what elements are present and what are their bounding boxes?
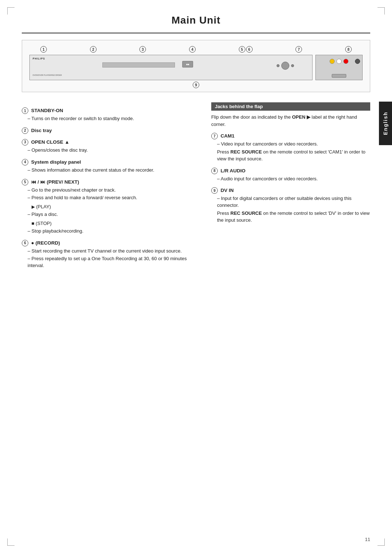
section-prev-next: 5 ⏮ / ⏭ (PREV/ NEXT) Go to the previous/…	[22, 179, 197, 235]
callout-9-row: 9	[29, 82, 363, 88]
section-lr-audio: 8 L/R AUDIO Audio input for camcorders o…	[211, 168, 370, 183]
cam1-bullet: Video input for camcorders or video reco…	[211, 141, 370, 148]
stop-bullet: Stop playback/recording.	[22, 228, 197, 235]
display-panel: ■■	[182, 61, 193, 67]
record-bullet-1: Start recording the current TV channel o…	[22, 248, 197, 255]
section-dv-in: 9 DV IN Input for digital camcorders or …	[211, 187, 370, 224]
language-tab: English	[379, 102, 392, 145]
section-1-title: 1 STANDBY-ON	[22, 107, 197, 114]
play-bullet: Plays a disc.	[22, 211, 197, 218]
section-4-title: 4 System display panel	[22, 159, 197, 165]
jacks-header: Jacks behind the flap	[211, 102, 370, 111]
num-5: 5	[22, 179, 28, 185]
main-btn	[281, 62, 289, 70]
stop-subsection: ■ (STOP)	[22, 220, 197, 227]
section-open-close: 3 OPEN CLOSE ▲ Opens/closes the disc tra…	[22, 139, 197, 154]
device-body: PHILIPS DVDR/DVDR PLAYER/RECORDER ■■	[29, 55, 363, 80]
callout-9: 9	[193, 82, 199, 88]
callout-56: 56	[239, 46, 253, 53]
dv-connector	[332, 74, 346, 78]
page-title: Main Unit	[22, 15, 370, 26]
corner-mark-bl	[7, 538, 15, 546]
num-3: 3	[22, 139, 28, 146]
play-subsection: ▶ (PLAY)	[22, 204, 197, 210]
callout-3: 3	[139, 46, 146, 53]
callout-row-top: 1 2 3 4 56 7 8	[29, 46, 363, 55]
lr-audio-bullet: Audio input for camcorders or video reco…	[211, 176, 370, 183]
device-flap	[315, 55, 363, 80]
jacks-intro: Flip down the door as indicated by the O…	[211, 114, 370, 128]
callout-7: 7	[295, 46, 302, 53]
dv-in-bullet: Input for digital camcorders or other su…	[211, 195, 370, 209]
page-number: 11	[365, 537, 370, 542]
section-7-title: 7 CAM1	[211, 133, 370, 139]
num-1: 1	[22, 107, 28, 114]
video-connector	[330, 59, 335, 64]
callout-8: 8	[345, 46, 352, 53]
section-disc-tray: 2 Disc tray	[22, 127, 197, 134]
num-2: 2	[22, 127, 28, 134]
prev-btn	[277, 64, 279, 67]
num-6: 6	[22, 240, 28, 246]
controls-area	[277, 62, 294, 70]
audio-l-connector	[336, 59, 342, 64]
audio-r-connector	[343, 59, 348, 64]
num-4: 4	[22, 159, 28, 165]
left-column: 1 STANDBY-ON Turns on the recorder or sw…	[22, 102, 197, 270]
device-main-unit: PHILIPS DVDR/DVDR PLAYER/RECORDER ■■	[29, 55, 313, 80]
section-6-title: 6 ● (RECORD)	[22, 240, 197, 246]
system-display-bullet: Shows information about the current stat…	[22, 167, 197, 174]
callout-1: 1	[40, 46, 47, 53]
num-8: 8	[211, 168, 218, 174]
callout-4: 4	[189, 46, 196, 53]
section-3-title: 3 OPEN CLOSE ▲	[22, 139, 197, 146]
callout-2: 2	[90, 46, 97, 53]
record-indicator	[355, 59, 360, 64]
page: English Main Unit 1 2 3 4 56 7 8 PHILIPS…	[0, 0, 392, 553]
philips-logo: PHILIPS	[33, 57, 45, 60]
section-system-display: 4 System display panel Shows information…	[22, 159, 197, 174]
cam1-note: Press REC SOURCE on the remote control t…	[211, 149, 370, 163]
prev-next-bullet-2: Press and hold to make a forward/ revers…	[22, 194, 197, 201]
section-8-title: 8 L/R AUDIO	[211, 168, 370, 174]
section-2-title: 2 Disc tray	[22, 127, 197, 134]
right-column: Jacks behind the flap Flip down the door…	[211, 102, 370, 270]
standby-bullet: Turns on the recorder or switch to stand…	[22, 115, 197, 122]
num-9: 9	[211, 187, 218, 194]
section-record: 6 ● (RECORD) Start recording the current…	[22, 240, 197, 270]
record-bullet-2: Press repeatedly to set up a One Touch R…	[22, 255, 197, 269]
open-close-bullet: Opens/closes the disc tray.	[22, 147, 197, 154]
corner-mark-br	[377, 538, 385, 546]
dv-in-note: Press REC SOURCE on the remote control t…	[211, 210, 370, 224]
section-5-title: 5 ⏮ / ⏭ (PREV/ NEXT)	[22, 179, 197, 185]
disc-slot	[102, 62, 175, 67]
title-divider	[22, 33, 370, 33]
section-9-title: 9 DV IN	[211, 187, 370, 194]
num-7: 7	[211, 133, 218, 139]
section-standby-on: 1 STANDBY-ON Turns on the recorder or sw…	[22, 107, 197, 122]
device-diagram: 1 2 3 4 56 7 8 PHILIPS DVDR/DVDR PLAYER/…	[22, 40, 370, 92]
section-cam1: 7 CAM1 Video input for camcorders or vid…	[211, 133, 370, 163]
prev-next-bullet-1: Go to the previous/next chapter or track…	[22, 187, 197, 194]
next-btn	[291, 64, 294, 67]
device-model-text: DVDR/DVDR PLAYER/RECORDER	[33, 74, 62, 76]
corner-mark-tl	[7, 7, 15, 15]
content-columns: 1 STANDBY-ON Turns on the recorder or sw…	[22, 102, 370, 270]
corner-mark-tr	[377, 7, 385, 15]
